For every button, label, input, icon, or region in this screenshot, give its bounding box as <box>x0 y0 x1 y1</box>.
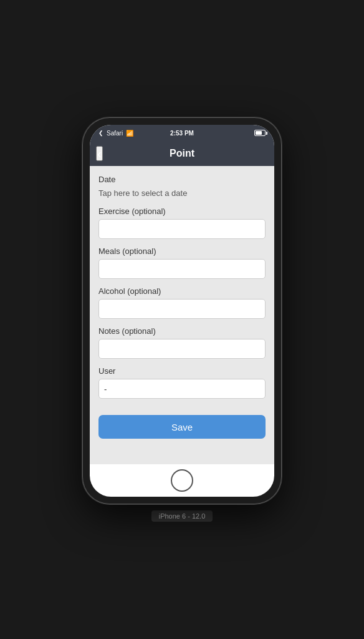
nav-title: Point <box>170 148 194 159</box>
device-label: iPhone 6 - 12.0 <box>151 510 213 522</box>
save-button[interactable]: Save <box>98 415 266 439</box>
battery-fill <box>256 131 262 135</box>
alcohol-section: Alcohol (optional) <box>98 286 266 319</box>
content-area: Date Tap here to select a date Exercise … <box>90 166 274 464</box>
phone-frame: ❮ Safari 📶 2:53 PM ‹ Point <box>82 117 282 504</box>
safari-label: Safari <box>107 130 123 137</box>
user-display: - <box>98 379 266 399</box>
alcohol-input[interactable] <box>98 299 266 319</box>
user-section: User - <box>98 366 266 399</box>
date-picker-trigger[interactable]: Tap here to select a date <box>98 187 266 199</box>
home-button-area <box>90 464 274 497</box>
status-back-chevron: ❮ <box>98 130 103 136</box>
exercise-section: Exercise (optional) <box>98 207 266 239</box>
phone-wrapper: ❮ Safari 📶 2:53 PM ‹ Point <box>82 117 282 522</box>
status-right <box>254 130 266 136</box>
battery-icon <box>254 130 266 136</box>
date-section: Date Tap here to select a date <box>98 175 266 199</box>
home-button[interactable] <box>171 469 193 492</box>
wifi-icon: 📶 <box>126 130 133 137</box>
meals-label: Meals (optional) <box>98 246 266 256</box>
user-label: User <box>98 366 266 376</box>
date-label: Date <box>98 175 266 184</box>
status-bar: ❮ Safari 📶 2:53 PM <box>90 125 274 141</box>
exercise-input[interactable] <box>98 219 266 239</box>
notes-section: Notes (optional) <box>98 326 266 359</box>
notes-input[interactable] <box>98 339 266 359</box>
meals-input[interactable] <box>98 259 266 279</box>
alcohol-label: Alcohol (optional) <box>98 286 266 296</box>
status-time: 2:53 PM <box>170 130 194 137</box>
nav-bar: ‹ Point <box>90 141 274 166</box>
status-left: ❮ Safari 📶 <box>98 130 133 137</box>
phone-inner: ❮ Safari 📶 2:53 PM ‹ Point <box>90 125 274 497</box>
back-button[interactable]: ‹ <box>96 146 103 161</box>
exercise-label: Exercise (optional) <box>98 207 266 216</box>
notes-label: Notes (optional) <box>98 326 266 336</box>
meals-section: Meals (optional) <box>98 246 266 279</box>
